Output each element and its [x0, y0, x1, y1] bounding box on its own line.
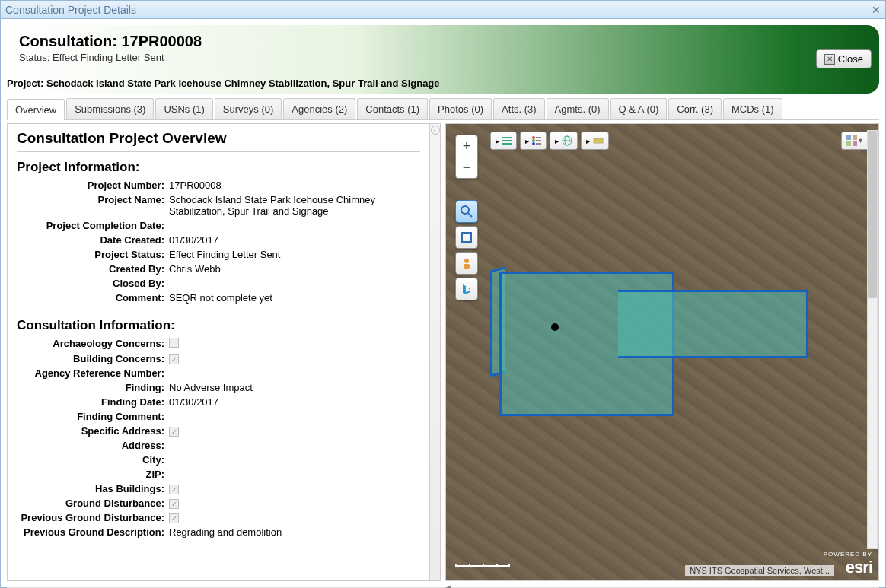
svg-rect-23	[846, 141, 851, 146]
lbl-date-created: Date Created:	[17, 234, 169, 246]
tab-overview[interactable]: Overview	[7, 99, 65, 120]
window-title: Consultation Project Details	[5, 4, 136, 16]
chk-ground: ✓	[169, 499, 179, 509]
lbl-finding-comment: Finding Comment:	[17, 411, 169, 422]
collapse-handle[interactable]: ‹	[429, 124, 440, 580]
lbl-project-status: Project Status:	[17, 249, 169, 260]
zoom-in-button[interactable]: +	[456, 135, 477, 157]
tab-submissions[interactable]: Submissions (3)	[66, 98, 154, 119]
svg-point-10	[532, 142, 535, 145]
divider	[17, 151, 420, 152]
scale-bar	[455, 564, 510, 567]
chevron-left-icon: ‹	[431, 126, 440, 135]
divider	[17, 310, 420, 310]
esri-powered-by: POWERED BY	[824, 551, 872, 558]
person-tool[interactable]	[455, 252, 478, 275]
header: Consultation: 17PR00008 Status: Effect F…	[7, 25, 879, 94]
chk-archaeology	[169, 338, 179, 348]
lbl-project-number: Project Number:	[17, 180, 169, 191]
svg-point-8	[532, 136, 535, 139]
vscroll-thumb[interactable]	[868, 131, 877, 298]
val-created-by: Chris Webb	[169, 263, 420, 275]
esri-logo: POWERED BY esri	[824, 551, 872, 577]
map-panel[interactable]: + − ▸ ▸ ▸ ▸ ▼ NYS ITS Geospatial Service…	[445, 123, 879, 581]
globe-icon	[562, 135, 572, 146]
content: Consultation Project Overview Project In…	[7, 123, 879, 581]
svg-rect-11	[536, 137, 541, 138]
tab-agmts[interactable]: Agmts. (0)	[547, 98, 609, 119]
lbl-comment: Comment:	[17, 292, 169, 304]
tab-atts[interactable]: Atts. (3)	[493, 98, 545, 119]
list-icon	[502, 136, 512, 145]
lbl-prev-desc: Previous Ground Description:	[17, 526, 169, 538]
lbl-finding: Finding:	[17, 382, 169, 393]
extent-tool[interactable]	[455, 226, 478, 249]
lbl-closed-by: Closed By:	[17, 278, 169, 289]
vscrollbar[interactable]	[867, 130, 878, 549]
lbl-address: Address:	[17, 440, 169, 451]
lbl-building: Building Concerns:	[17, 353, 169, 364]
val-finding: No Adverse Impact	[169, 382, 420, 393]
val-address	[169, 440, 420, 451]
tab-corr[interactable]: Corr. (3)	[668, 98, 722, 119]
map-attribution: NYS ITS Geospatial Services, West...	[685, 565, 834, 576]
close-button-label: Close	[838, 53, 863, 65]
chk-prev-ground: ✓	[169, 513, 179, 523]
tab-surveys[interactable]: Surveys (0)	[215, 98, 282, 119]
basemap-button[interactable]: ▼	[841, 132, 869, 150]
svg-line-1	[468, 213, 472, 217]
tab-mcds[interactable]: MCDs (1)	[723, 98, 782, 119]
zoom-control: + −	[455, 135, 478, 179]
bing-tool[interactable]	[455, 278, 478, 300]
map-menu-3[interactable]: ▸	[550, 132, 578, 150]
svg-rect-4	[464, 264, 470, 269]
map-tools	[455, 200, 478, 304]
window-close-icon[interactable]: ✕	[872, 4, 881, 16]
project-label: Project: Schodack Island State Park Iceh…	[7, 78, 440, 89]
val-date-created: 01/30/2017	[169, 234, 420, 246]
zoom-out-button[interactable]: −	[456, 157, 477, 178]
map-menu-4[interactable]: ▸	[581, 132, 609, 150]
val-project-status: Effect Finding Letter Sent	[169, 249, 420, 260]
val-zip	[169, 469, 420, 480]
map-menu-1[interactable]: ▸	[490, 132, 517, 150]
svg-rect-5	[502, 137, 512, 138]
ruler-icon	[593, 135, 604, 146]
val-completion	[169, 220, 420, 231]
val-finding-date: 01/30/2017	[169, 396, 420, 408]
svg-rect-21	[846, 135, 851, 140]
lbl-ground: Ground Disturbance:	[17, 497, 169, 509]
lbl-specific-addr: Specific Address:	[17, 425, 169, 437]
consultation-title: Consultation: 17PR00008	[19, 33, 867, 50]
map-point	[551, 323, 559, 331]
svg-rect-13	[536, 143, 541, 145]
close-icon: ✕	[824, 54, 835, 65]
esri-text: esri	[824, 558, 872, 577]
tab-photos[interactable]: Photos (0)	[429, 98, 492, 119]
val-prev-desc: Regrading and demolition	[169, 526, 420, 538]
lbl-project-name: Project Name:	[17, 194, 169, 217]
map-menu-2[interactable]: ▸	[520, 132, 547, 150]
tab-contacts[interactable]: Contacts (1)	[357, 98, 428, 119]
lbl-zip: ZIP:	[17, 469, 169, 480]
status-label: Status: Effect Finding Letter Sent	[19, 52, 867, 63]
tab-qa[interactable]: Q & A (0)	[610, 98, 668, 119]
lbl-completion: Project Completion Date:	[17, 220, 169, 231]
titlebar: Consultation Project Details ✕	[1, 1, 885, 19]
map-top-toolbar: ▸ ▸ ▸ ▸	[490, 132, 609, 150]
svg-point-3	[464, 259, 469, 263]
lbl-created-by: Created By:	[17, 263, 169, 275]
val-project-name: Schodack Island State Park Icehouse Chim…	[169, 194, 420, 217]
search-tool[interactable]	[455, 200, 478, 223]
grid-icon	[846, 135, 857, 146]
lbl-finding-date: Finding Date:	[17, 396, 169, 408]
lbl-archaeology: Archaeology Concerns:	[17, 338, 169, 350]
svg-rect-6	[502, 140, 512, 141]
tab-usns[interactable]: USNs (1)	[155, 98, 212, 119]
consultation-info-heading: Consultation Information:	[17, 318, 420, 333]
lbl-has-buildings: Has Buildings:	[17, 483, 169, 494]
val-comment: SEQR not complete yet	[169, 292, 420, 304]
map-polygon	[618, 290, 808, 358]
close-button[interactable]: ✕ Close	[816, 49, 872, 68]
tab-agencies[interactable]: Agencies (2)	[283, 98, 355, 119]
